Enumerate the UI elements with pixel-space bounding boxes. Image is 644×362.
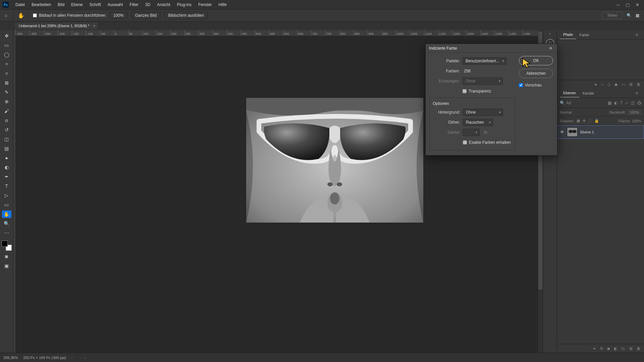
blur-tool-icon[interactable]: ● (2, 154, 11, 162)
panel-menu-icon[interactable]: ≡ (632, 89, 641, 98)
eyedropper-tool-icon[interactable]: ✎ (2, 88, 11, 96)
tab-channels[interactable]: Kanäle (579, 89, 597, 97)
wand-tool-icon[interactable]: ✧ (2, 60, 11, 68)
layer-name[interactable]: Ebene 1 (580, 130, 594, 134)
menu-plug-ins[interactable]: Plug-ins (174, 0, 195, 9)
layer-thumbnail[interactable] (567, 127, 578, 137)
scroll-left-icon[interactable]: ‹ (85, 356, 86, 360)
shape-tool-icon[interactable]: ▭ (2, 201, 11, 208)
quickmask-icon[interactable]: ◙ (2, 253, 11, 260)
hand-tool-icon[interactable]: ✋ (2, 210, 11, 218)
fill-value[interactable]: 100% (632, 119, 641, 123)
heal-tool-icon[interactable]: ⊕ (2, 98, 11, 105)
share-button[interactable]: Teilen (602, 12, 623, 19)
cancel-button[interactable]: Abbrechen (519, 69, 553, 78)
gradient-tool-icon[interactable]: ▤ (2, 145, 11, 152)
filter-toggle-icon[interactable]: ⏻ (637, 101, 641, 105)
tab-color[interactable]: Farbe (576, 31, 593, 39)
mask-icon[interactable]: ◙ (607, 346, 610, 351)
mask-icon[interactable]: ▭ (622, 82, 625, 87)
type-tool-icon[interactable]: T (2, 182, 11, 190)
layer-row[interactable]: 👁 Ebene 1 (557, 125, 644, 139)
zoom-value[interactable]: 100% (110, 12, 127, 19)
menu-bearbeiten[interactable]: Bearbeiten (28, 0, 54, 9)
dither-select[interactable]: Rauschen (463, 119, 493, 126)
workspace-icon[interactable]: ▦ (636, 13, 639, 18)
blend-mode-select[interactable]: Normal (560, 110, 572, 114)
close-tab-icon[interactable]: × (93, 24, 95, 28)
dodge-tool-icon[interactable]: ◐ (2, 164, 11, 171)
menu-ebene[interactable]: Ebene (68, 0, 86, 9)
load-selection-icon[interactable]: ◇ (607, 82, 610, 87)
opacity-value[interactable]: 100% (627, 110, 641, 115)
filter-smart-icon[interactable]: ◫ (631, 101, 635, 105)
hand-tool-icon[interactable]: ✋ (18, 12, 24, 19)
filter-pixel-icon[interactable]: ▩ (608, 101, 611, 105)
visibility-icon[interactable]: 👁 (560, 130, 564, 134)
background-select[interactable]: Ohne (463, 109, 503, 116)
zoom-tool-icon[interactable]: 🔍 (2, 220, 11, 227)
preview-checkbox[interactable]: Vorschau (519, 83, 553, 87)
new-path-icon[interactable]: ⊞ (629, 82, 633, 87)
foreground-color-swatch[interactable] (2, 241, 8, 247)
lock-position-icon[interactable]: ✜ (583, 119, 586, 123)
fill-path-icon[interactable]: ● (595, 82, 597, 87)
color-swatches[interactable] (2, 241, 12, 251)
menu-fenster[interactable]: Fenster (195, 0, 215, 9)
stamp-tool-icon[interactable]: ⧈ (2, 117, 11, 124)
eraser-tool-icon[interactable]: ◫ (2, 135, 11, 143)
new-layer-icon[interactable]: ⊞ (629, 346, 633, 351)
document-tab[interactable]: Unbenannt-1 bei 208% (Ebene 1, RGB/8) * … (15, 22, 98, 29)
delete-layer-icon[interactable]: 🗑 (637, 346, 641, 351)
edit-toolbar-icon[interactable]: ⋯ (2, 229, 11, 237)
menu-bild[interactable]: Bild (54, 0, 68, 9)
move-tool-icon[interactable]: ✥ (2, 32, 11, 40)
search-icon[interactable]: 🔍 (627, 13, 632, 18)
menu-schrift[interactable]: Schrift (86, 0, 104, 9)
scroll-all-checkbox[interactable]: Bildlauf in allen Fenstern durchführen (33, 13, 106, 18)
close-icon[interactable]: ✕ (548, 45, 554, 51)
stroke-path-icon[interactable]: ○ (601, 82, 603, 87)
menu-3d[interactable]: 3D (142, 0, 154, 9)
home-icon[interactable]: ⌂ (3, 12, 9, 19)
menu-auswahl[interactable]: Auswahl (104, 0, 126, 9)
fill-screen-button[interactable]: Bildschirm ausfüllen (164, 12, 208, 19)
lock-artboard-icon[interactable]: ⬚ (588, 119, 592, 123)
marquee-tool-icon[interactable]: ▭ (2, 42, 11, 49)
menu-ansicht[interactable]: Ansicht (154, 0, 173, 9)
expand-panels-icon[interactable]: « (549, 32, 551, 36)
fx-icon[interactable]: fx (600, 346, 603, 351)
make-workpath-icon[interactable]: ◆ (614, 82, 618, 87)
path-select-tool-icon[interactable]: ▷ (2, 192, 11, 199)
history-brush-tool-icon[interactable]: ↺ (2, 126, 11, 133)
crop-tool-icon[interactable]: ⌗ (2, 70, 11, 77)
menu-datei[interactable]: Datei (12, 0, 28, 9)
frame-tool-icon[interactable]: ⊠ (2, 79, 11, 86)
doc-info[interactable]: 250 Px × 168 Px (300 ppi) (23, 356, 66, 360)
pen-tool-icon[interactable]: ✒ (2, 173, 11, 180)
menu-hilfe[interactable]: Hilfe (215, 0, 230, 9)
adjustment-icon[interactable]: ◐ (614, 346, 617, 351)
brush-tool-icon[interactable]: 🖌 (2, 107, 11, 115)
minimize-icon[interactable]: ─ (616, 2, 620, 7)
panel-menu-icon[interactable]: ≡ (632, 31, 641, 39)
lasso-tool-icon[interactable]: ◯ (2, 51, 11, 58)
ok-button[interactable]: OK (519, 56, 553, 65)
close-icon[interactable]: ✕ (636, 2, 639, 7)
zoom-status[interactable]: 208,36% (3, 356, 18, 360)
colors-value[interactable]: 256 (463, 69, 471, 73)
fit-whole-button[interactable]: Ganzes Bild (131, 12, 161, 19)
lock-all-icon[interactable]: 🔒 (594, 119, 599, 123)
maximize-icon[interactable]: ▢ (626, 2, 630, 7)
filter-shape-icon[interactable]: ▱ (625, 101, 628, 105)
palette-select[interactable]: Benutzerdefiniert... (463, 57, 506, 65)
menu-filter[interactable]: Filter (126, 0, 142, 9)
ruler-horizontal[interactable]: -350-300-250-200-150-100-500501001502002… (13, 30, 543, 36)
delete-path-icon[interactable]: 🗑 (637, 82, 641, 87)
tab-paths[interactable]: Pfade (560, 31, 576, 39)
doc-info-menu-icon[interactable]: › (71, 356, 73, 360)
layer-filter-type[interactable]: 🔍 Art (560, 101, 571, 105)
filter-type-icon[interactable]: T (620, 101, 623, 105)
dialog-title-bar[interactable]: Indizierte Farbe ✕ (426, 44, 557, 53)
link-layers-icon[interactable]: ⚭ (593, 346, 596, 351)
